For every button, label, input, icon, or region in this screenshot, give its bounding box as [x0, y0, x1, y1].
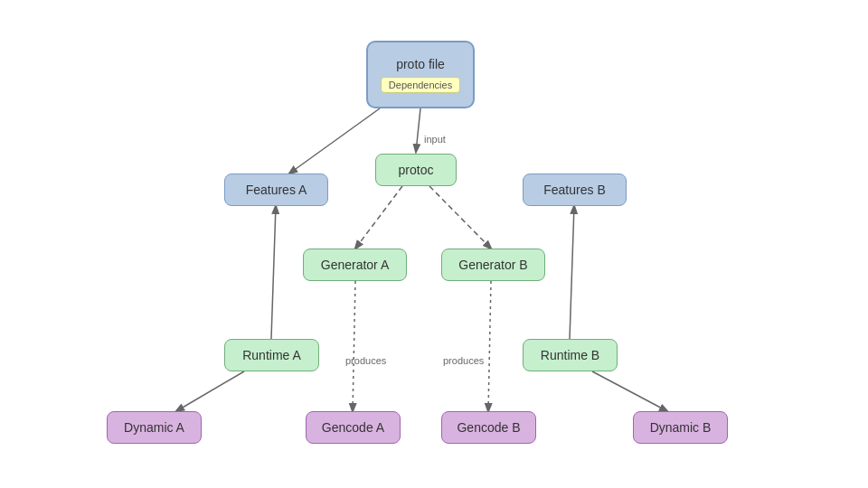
svg-line-0 — [416, 108, 420, 152]
svg-line-5 — [488, 281, 491, 411]
svg-line-4 — [353, 281, 355, 411]
produces-left-label: produces — [345, 355, 386, 366]
runtime-b-node: Runtime B — [523, 339, 618, 371]
features-a-label: Features A — [246, 183, 307, 197]
svg-line-9 — [592, 371, 667, 411]
dynamic-a-label: Dynamic A — [124, 420, 184, 435]
svg-line-3 — [429, 186, 491, 249]
gencode-a-node: Gencode A — [306, 411, 401, 444]
gencode-b-label: Gencode B — [457, 420, 520, 435]
runtime-a-label: Runtime A — [242, 348, 301, 362]
runtime-a-node: Runtime A — [224, 339, 319, 371]
generator-b-node: Generator B — [441, 249, 545, 281]
generator-a-node: Generator A — [303, 249, 407, 281]
features-a-node: Features A — [224, 174, 328, 206]
protoc-node: protoc — [375, 154, 457, 186]
dynamic-a-node: Dynamic A — [107, 411, 202, 444]
produces-right-label: produces — [443, 355, 484, 366]
gencode-b-node: Gencode B — [441, 411, 536, 444]
dynamic-b-label: Dynamic B — [650, 420, 712, 435]
diagram-container: input produces produces proto file Depen… — [0, 0, 868, 488]
proto-file-label: proto file — [396, 57, 445, 71]
protoc-label: protoc — [399, 163, 434, 177]
proto-file-node: proto file Dependencies — [366, 41, 475, 108]
generator-a-label: Generator A — [321, 258, 390, 272]
gencode-a-label: Gencode A — [322, 420, 384, 435]
input-label: input — [424, 134, 446, 145]
features-b-label: Features B — [543, 183, 605, 197]
dependencies-badge: Dependencies — [381, 77, 460, 93]
features-b-node: Features B — [523, 174, 627, 206]
generator-b-label: Generator B — [458, 258, 527, 272]
dynamic-b-node: Dynamic B — [633, 411, 728, 444]
svg-line-6 — [271, 206, 276, 339]
svg-line-1 — [289, 108, 380, 174]
svg-line-8 — [176, 371, 244, 411]
runtime-b-label: Runtime B — [541, 348, 599, 362]
svg-line-7 — [570, 206, 574, 339]
svg-line-2 — [355, 186, 402, 249]
